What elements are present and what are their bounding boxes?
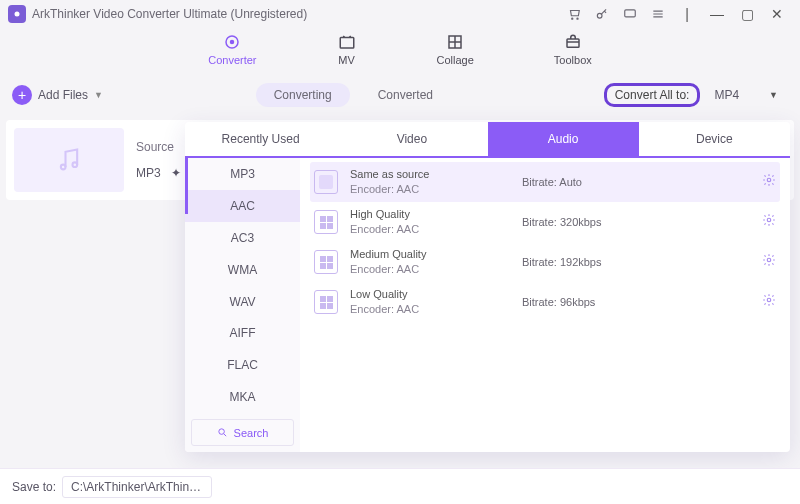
gear-icon[interactable] bbox=[762, 293, 776, 311]
preset-list: Same as sourceEncoder: AAC Bitrate: Auto… bbox=[300, 158, 790, 452]
toolbar: + Add Files ▼ Converting Converted Conve… bbox=[0, 76, 800, 114]
add-files-button[interactable]: + Add Files ▼ bbox=[12, 85, 103, 105]
svg-point-1 bbox=[572, 18, 573, 19]
chevron-down-icon: ▼ bbox=[94, 90, 103, 100]
preset-icon bbox=[314, 210, 338, 234]
music-note-icon bbox=[55, 146, 83, 174]
feedback-icon[interactable] bbox=[620, 4, 640, 24]
tab-converted[interactable]: Converted bbox=[360, 83, 451, 107]
gear-icon[interactable] bbox=[762, 213, 776, 231]
file-thumbnail bbox=[14, 128, 124, 192]
preset-encoder: Encoder: AAC bbox=[350, 182, 510, 197]
format-item[interactable]: AIFF bbox=[185, 318, 300, 350]
format-item[interactable]: AC3 bbox=[185, 222, 300, 254]
add-files-label: Add Files bbox=[38, 88, 88, 102]
preset-item[interactable]: Low QualityEncoder: AAC Bitrate: 96kbps bbox=[310, 282, 780, 322]
main-nav: Converter MV Collage Toolbox bbox=[0, 28, 800, 76]
collage-icon bbox=[445, 32, 465, 52]
tab-device[interactable]: Device bbox=[639, 122, 790, 156]
cart-icon[interactable] bbox=[564, 4, 584, 24]
search-label: Search bbox=[234, 427, 269, 439]
format-item[interactable]: FLAC bbox=[185, 349, 300, 381]
preset-item[interactable]: High QualityEncoder: AAC Bitrate: 320kbp… bbox=[310, 202, 780, 242]
nav-toolbox[interactable]: Toolbox bbox=[554, 32, 592, 66]
format-select[interactable]: MP4 ▼ bbox=[704, 84, 788, 106]
svg-point-0 bbox=[15, 12, 20, 17]
format-list: MP3 AAC AC3 WMA WAV AIFF FLAC MKA Search bbox=[185, 158, 300, 452]
nav-converter-label: Converter bbox=[208, 54, 256, 66]
effects-icon[interactable]: ✦ bbox=[171, 166, 181, 180]
convert-all-wrap: Convert All to: MP4 ▼ bbox=[604, 83, 788, 107]
converter-icon bbox=[222, 32, 242, 52]
svg-rect-9 bbox=[567, 39, 579, 47]
key-icon[interactable] bbox=[592, 4, 612, 24]
source-label: Source bbox=[136, 140, 174, 154]
preset-title: Low Quality bbox=[350, 287, 510, 302]
preset-encoder: Encoder: AAC bbox=[350, 262, 510, 277]
tab-video[interactable]: Video bbox=[336, 122, 487, 156]
nav-mv-label: MV bbox=[338, 54, 355, 66]
nav-collage-label: Collage bbox=[437, 54, 474, 66]
preset-item[interactable]: Same as sourceEncoder: AAC Bitrate: Auto bbox=[310, 162, 780, 202]
queue-tabs: Converting Converted bbox=[256, 83, 451, 107]
preset-title: Same as source bbox=[350, 167, 510, 182]
gear-icon[interactable] bbox=[762, 253, 776, 271]
nav-converter[interactable]: Converter bbox=[208, 32, 256, 66]
save-path-field[interactable]: C:\ArkThinker\ArkThinke...rter bbox=[62, 476, 212, 498]
close-button[interactable]: ✕ bbox=[766, 3, 788, 25]
svg-point-12 bbox=[218, 429, 224, 435]
footer: Save to: C:\ArkThinker\ArkThinke...rter bbox=[0, 468, 800, 504]
format-panel: Recently Used Video Audio Device MP3 AAC… bbox=[185, 122, 790, 452]
preset-title: High Quality bbox=[350, 207, 510, 222]
format-item[interactable]: WAV bbox=[185, 286, 300, 318]
search-button[interactable]: Search bbox=[191, 419, 294, 446]
tab-recently-used[interactable]: Recently Used bbox=[185, 122, 336, 156]
format-select-value: MP4 bbox=[714, 88, 739, 102]
preset-bitrate: Bitrate: 96kbps bbox=[522, 296, 632, 308]
toolbox-icon bbox=[563, 32, 583, 52]
svg-point-13 bbox=[767, 178, 771, 182]
preset-item[interactable]: Medium QualityEncoder: AAC Bitrate: 192k… bbox=[310, 242, 780, 282]
nav-toolbox-label: Toolbox bbox=[554, 54, 592, 66]
svg-point-10 bbox=[61, 165, 66, 170]
preset-bitrate: Bitrate: 320kbps bbox=[522, 216, 632, 228]
file-format: MP3 bbox=[136, 166, 161, 180]
nav-collage[interactable]: Collage bbox=[437, 32, 474, 66]
gear-icon[interactable] bbox=[762, 173, 776, 191]
search-icon bbox=[217, 427, 228, 438]
menu-icon[interactable] bbox=[648, 4, 668, 24]
preset-title: Medium Quality bbox=[350, 247, 510, 262]
preset-encoder: Encoder: AAC bbox=[350, 222, 510, 237]
app-logo bbox=[8, 5, 26, 23]
preset-bitrate: Bitrate: Auto bbox=[522, 176, 632, 188]
nav-mv[interactable]: MV bbox=[337, 32, 357, 66]
svg-rect-7 bbox=[340, 38, 354, 49]
svg-point-2 bbox=[577, 18, 578, 19]
format-item[interactable]: WMA bbox=[185, 254, 300, 286]
svg-point-6 bbox=[231, 41, 234, 44]
tab-audio[interactable]: Audio bbox=[488, 122, 639, 156]
chevron-down-icon: ▼ bbox=[769, 90, 778, 100]
panel-tabs: Recently Used Video Audio Device bbox=[185, 122, 790, 158]
svg-point-14 bbox=[767, 218, 771, 222]
save-to-label: Save to: bbox=[12, 480, 56, 494]
preset-icon bbox=[314, 250, 338, 274]
format-item[interactable]: AAC bbox=[185, 190, 300, 222]
titlebar: ArkThinker Video Converter Ultimate (Unr… bbox=[0, 0, 800, 28]
divider: | bbox=[676, 3, 698, 25]
preset-encoder: Encoder: AAC bbox=[350, 302, 510, 317]
plus-icon: + bbox=[12, 85, 32, 105]
maximize-button[interactable]: ▢ bbox=[736, 3, 758, 25]
svg-point-15 bbox=[767, 258, 771, 262]
svg-point-11 bbox=[73, 162, 78, 167]
preset-bitrate: Bitrate: 192kbps bbox=[522, 256, 632, 268]
minimize-button[interactable]: — bbox=[706, 3, 728, 25]
format-item[interactable]: MP3 bbox=[185, 158, 300, 190]
preset-icon bbox=[314, 290, 338, 314]
mv-icon bbox=[337, 32, 357, 52]
format-item[interactable]: MKA bbox=[185, 381, 300, 413]
svg-point-16 bbox=[767, 298, 771, 302]
preset-icon bbox=[314, 170, 338, 194]
tab-converting[interactable]: Converting bbox=[256, 83, 350, 107]
app-title: ArkThinker Video Converter Ultimate (Unr… bbox=[32, 7, 307, 21]
